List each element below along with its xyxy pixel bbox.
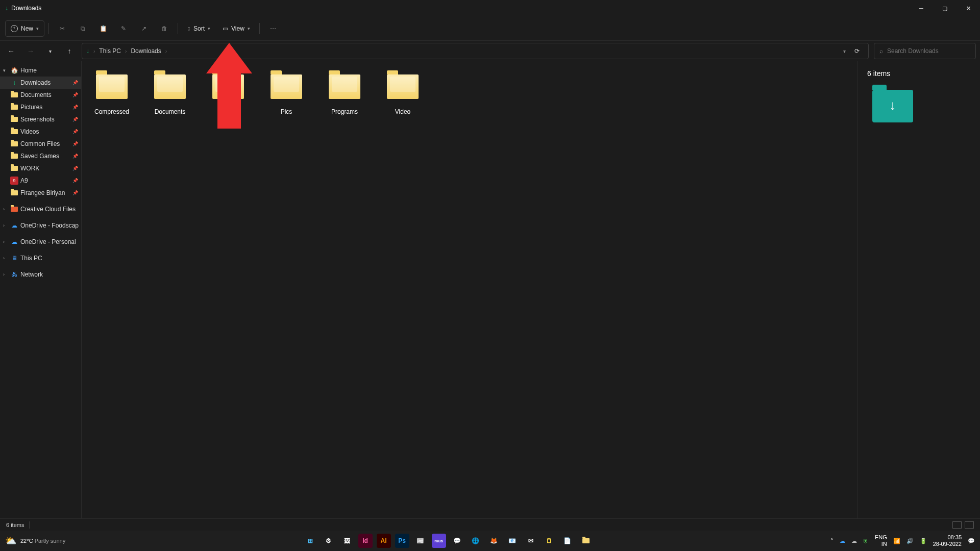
minimize-button[interactable]: ─ (910, 0, 933, 16)
pin-icon: 📌 (72, 190, 78, 195)
folder-icon (10, 189, 18, 197)
onedrive-tray-icon-2[interactable]: ☁ (851, 538, 857, 544)
delete-button[interactable]: 🗑 (155, 20, 174, 37)
onedrive-tray-icon[interactable]: ☁ (840, 538, 845, 544)
taskbar-weather[interactable]: ⛅ 22°C Partly sunny (5, 535, 65, 546)
breadcrumb-sep: › (165, 48, 167, 54)
sidebar-label: Pictures (20, 104, 42, 111)
sidebar-label: Home (20, 67, 37, 74)
sidebar-item-creative-cloud[interactable]: › Creative Cloud Files (0, 203, 81, 215)
separator (48, 23, 49, 34)
photoshop-app[interactable]: Ps (395, 534, 409, 548)
refresh-button[interactable]: ⟳ (850, 47, 864, 55)
navbar: ← → ▾ ↑ ↓ › This PC › Downloads › ▾ ⟳ ⌕ (0, 41, 980, 61)
chevron-right-icon: › (3, 207, 8, 212)
cut-button[interactable]: ✂ (53, 20, 71, 37)
sidebar-item-home[interactable]: ▾ 🏠 Home (0, 64, 81, 77)
search-input[interactable] (887, 47, 970, 55)
sort-button[interactable]: ↕ Sort ▾ (182, 20, 215, 37)
folder-video[interactable]: Video (375, 67, 431, 123)
search-box[interactable]: ⌕ (874, 43, 976, 59)
clock[interactable]: 08:35 28-09-2022 (933, 534, 962, 547)
folder-view[interactable]: Compressed Documents Music Pics Programs… (82, 61, 857, 518)
share-button[interactable]: ↗ (135, 20, 153, 37)
illustrator-app[interactable]: Ai (377, 534, 391, 548)
sidebar-label: Creative Cloud Files (20, 206, 76, 213)
sidebar-item-network[interactable]: › 🖧 Network (0, 268, 81, 281)
folder-icon (10, 152, 18, 160)
sidebar-label: Saved Games (20, 153, 59, 160)
maximize-button[interactable]: ▢ (933, 0, 957, 16)
forward-button[interactable]: → (23, 44, 38, 58)
photos-app[interactable]: 🖼 (340, 534, 354, 548)
plus-icon: + (11, 25, 18, 32)
chat-app[interactable]: 💬 (450, 534, 464, 548)
view-details-button[interactable] (952, 521, 962, 529)
wifi-icon[interactable]: 📶 (893, 538, 900, 544)
sidebar-item-a9[interactable]: 9 A9 📌 (0, 174, 81, 187)
folder-programs[interactable]: Programs (316, 67, 373, 123)
sidebar-item-this-pc[interactable]: › 🖥 This PC (0, 252, 81, 264)
volume-icon[interactable]: 🔊 (906, 538, 914, 544)
language-indicator[interactable]: ENG IN (875, 534, 887, 547)
firefox-app[interactable]: 🦊 (487, 534, 501, 548)
sidebar-item-firangee[interactable]: Firangee Biriyan 📌 (0, 187, 81, 199)
chevron-right-icon: › (3, 223, 8, 228)
explorer-app[interactable] (579, 534, 593, 548)
sidebar-label: OneDrive - Foodscap (20, 222, 79, 229)
breadcrumb-downloads[interactable]: Downloads (131, 47, 161, 55)
notifications-button[interactable]: 💬 (968, 538, 975, 544)
sidebar-item-pictures[interactable]: Pictures 📌 (0, 101, 81, 113)
sidebar-label: Network (20, 271, 43, 278)
pin-icon: 📌 (72, 129, 78, 134)
chevron-down-icon: ▾ (208, 26, 210, 31)
settings-app[interactable]: ⚙ (322, 534, 336, 548)
news-app[interactable]: 📰 (413, 534, 428, 548)
sidebar-item-onedrive-2[interactable]: › ☁ OneDrive - Personal (0, 236, 81, 248)
view-large-button[interactable] (965, 521, 974, 529)
sticky-notes-app[interactable]: 🗒 (542, 534, 556, 548)
battery-icon[interactable]: 🔋 (920, 538, 927, 544)
download-icon: ↓ (10, 79, 18, 87)
new-button[interactable]: + New ▾ (5, 20, 44, 37)
tray-overflow-button[interactable]: ˄ (830, 538, 834, 544)
sidebar-label: Videos (20, 128, 39, 135)
up-button[interactable]: ↑ (62, 44, 77, 58)
copy-button[interactable]: ⧉ (74, 20, 92, 37)
close-button[interactable]: ✕ (957, 0, 980, 16)
sidebar-item-onedrive-1[interactable]: › ☁ OneDrive - Foodscap (0, 219, 81, 232)
folder-documents[interactable]: Documents (142, 67, 198, 123)
view-button[interactable]: ▭ View ▾ (217, 20, 255, 37)
security-tray-icon[interactable]: ⛨ (863, 538, 869, 544)
sidebar-item-screenshots[interactable]: Screenshots 📌 (0, 113, 81, 126)
sidebar-item-downloads[interactable]: ↓ Downloads 📌 (0, 77, 81, 89)
sidebar-item-saved-games[interactable]: Saved Games 📌 (0, 150, 81, 162)
rename-button[interactable]: ✎ (114, 20, 133, 37)
breadcrumb-this-pc[interactable]: This PC (99, 47, 121, 55)
outlook-app[interactable]: 📧 (505, 534, 520, 548)
sidebar-item-work[interactable]: WORK 📌 (0, 162, 81, 174)
indesign-app[interactable]: Id (358, 534, 373, 548)
mail-app[interactable]: ✉ (524, 534, 538, 548)
folder-icon (387, 74, 419, 99)
notepad-app[interactable]: 📄 (560, 534, 575, 548)
folder-compressed[interactable]: Compressed (84, 67, 140, 123)
paste-button[interactable]: 📋 (94, 20, 112, 37)
more-button[interactable]: ⋯ (264, 20, 282, 37)
back-button[interactable]: ← (4, 44, 18, 58)
chevron-right-icon: › (3, 272, 8, 277)
edge-app[interactable]: 🌐 (469, 534, 483, 548)
folder-music[interactable]: Music (200, 67, 256, 123)
sidebar-item-documents[interactable]: Documents 📌 (0, 89, 81, 101)
sidebar-item-common-files[interactable]: Common Files 📌 (0, 138, 81, 150)
address-bar[interactable]: ↓ › This PC › Downloads › ▾ ⟳ (82, 43, 869, 59)
titlebar: ↓ Downloads ─ ▢ ✕ (0, 0, 980, 16)
app-icon: ↓ (5, 5, 8, 12)
folder-pics[interactable]: Pics (258, 67, 314, 123)
pin-icon: 📌 (72, 105, 78, 110)
sidebar-item-videos[interactable]: Videos 📌 (0, 126, 81, 138)
music-app[interactable]: mus (432, 534, 446, 548)
recent-button[interactable]: ▾ (43, 44, 57, 58)
address-dropdown[interactable]: ▾ (843, 48, 846, 54)
start-button[interactable]: ⊞ (303, 534, 317, 548)
